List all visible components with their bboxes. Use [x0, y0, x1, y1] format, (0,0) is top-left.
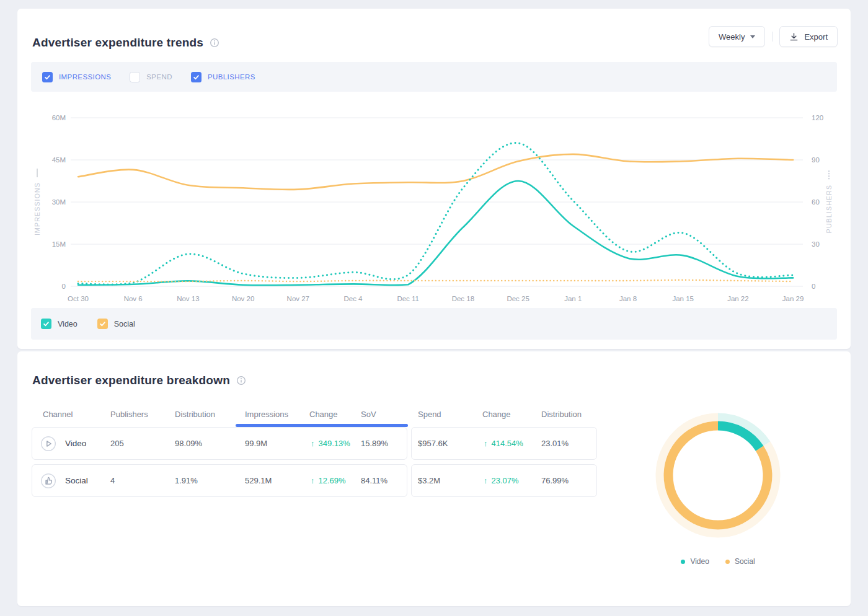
thumb-up-icon	[40, 473, 56, 489]
divider	[772, 32, 773, 42]
col-header-sov[interactable]: SoV	[361, 410, 376, 419]
checkbox-checked-icon	[97, 319, 108, 329]
legend-social-label: Social	[114, 320, 135, 328]
right-axis-tick: 0	[812, 283, 815, 290]
right-axis-tick: 90	[812, 156, 820, 164]
orange-dot-icon	[725, 560, 730, 564]
play-circle-icon	[40, 436, 56, 452]
toggle-spend-label: SPEND	[146, 73, 172, 81]
cell-spend-distribution: 76.99%	[541, 464, 569, 497]
interval-value: Weekly	[719, 32, 745, 42]
cell-channel: Social	[65, 464, 88, 497]
toggle-spend[interactable]: SPEND	[130, 72, 172, 82]
cell-impr-change: ↑12.69%	[311, 464, 346, 497]
arrow-up-icon: ↑	[484, 476, 488, 485]
cell-sov: 15.89%	[361, 427, 388, 460]
x-axis-tick: Nov 13	[177, 295, 199, 302]
table-row-social-left[interactable]	[32, 464, 407, 497]
export-label: Export	[804, 32, 828, 42]
export-button[interactable]: Export	[779, 26, 838, 47]
cell-spend-distribution: 23.01%	[541, 427, 569, 460]
cell-impressions: 529.1M	[245, 464, 272, 497]
right-axis-title: PUBLISHERS	[825, 171, 833, 234]
cell-distribution: 1.91%	[175, 464, 198, 497]
col-header-spend-distrib[interactable]: Distribution	[541, 410, 582, 419]
info-icon[interactable]	[210, 38, 219, 48]
right-axis-tick: 120	[812, 114, 823, 121]
cell-publishers: 4	[110, 464, 115, 497]
solid-line-icon	[37, 169, 38, 177]
x-axis-tick: Jan 8	[619, 295, 637, 302]
x-axis-tick: Jan 22	[727, 295, 749, 302]
x-axis-tick: Dec 25	[507, 295, 529, 302]
legend-video[interactable]: Video	[41, 319, 78, 329]
breakdown-title-text: Advertiser expenditure breakdown	[32, 374, 230, 387]
x-axis-tick: Jan 1	[564, 295, 582, 302]
left-axis-tick: 45M	[52, 156, 66, 164]
trend-chart-svg: 015M30M45M60M0306090120Oct 30Nov 6Nov 13…	[17, 99, 851, 310]
left-axis-title: IMPRESSIONS	[33, 169, 41, 235]
col-header-distribution[interactable]: Distribution	[175, 410, 215, 419]
trends-card: Advertiser expenditure trends Weekly Exp…	[17, 9, 851, 349]
col-header-spend-change[interactable]: Change	[482, 410, 511, 419]
cell-impr-change: ↑349.13%	[311, 427, 350, 460]
legend-social[interactable]: Social	[97, 319, 135, 329]
cell-channel: Video	[65, 427, 86, 460]
x-axis-tick: Dec 4	[343, 295, 363, 302]
table-row-video-left[interactable]	[32, 427, 407, 460]
toggle-publishers-label: PUBLISHERS	[208, 73, 255, 81]
arrow-up-icon: ↑	[484, 439, 488, 448]
left-axis-tick: 0	[62, 283, 66, 290]
chevron-down-icon	[750, 35, 755, 38]
info-icon[interactable]	[236, 376, 246, 385]
col-header-publishers[interactable]: Publishers	[110, 410, 148, 419]
breakdown-title: Advertiser expenditure breakdown	[32, 374, 246, 387]
x-axis-tick: Dec 11	[397, 295, 419, 302]
donut-legend-video[interactable]: Video	[681, 557, 709, 566]
cell-sov: 84.11%	[361, 464, 388, 497]
col-header-channel[interactable]: Channel	[43, 410, 73, 419]
trend-chart: 015M30M45M60M0306090120Oct 30Nov 6Nov 13…	[17, 99, 851, 317]
metric-toggle-bar: IMPRESSIONS SPEND PUBLISHERS	[31, 62, 837, 92]
x-axis-tick: Nov 6	[124, 295, 143, 302]
breakdown-card: Advertiser expenditure breakdown Channel…	[17, 351, 851, 606]
legend-video-label: Video	[58, 320, 78, 328]
x-axis-tick: Jan 29	[782, 295, 804, 302]
left-axis-tick: 15M	[52, 240, 66, 248]
col-header-change[interactable]: Change	[309, 410, 338, 419]
right-axis-tick: 30	[812, 240, 820, 248]
arrow-up-icon: ↑	[311, 439, 315, 448]
checkbox-checked-icon	[41, 319, 51, 329]
donut-chart	[650, 407, 786, 543]
series-video-publishers[interactable]	[78, 143, 793, 284]
x-axis-tick: Nov 27	[287, 295, 309, 302]
dashboard-page: Advertiser expenditure trends Weekly Exp…	[0, 0, 868, 616]
toggle-impressions[interactable]: IMPRESSIONS	[42, 72, 111, 82]
toggle-publishers[interactable]: PUBLISHERS	[191, 72, 255, 82]
header-actions: Weekly Export	[709, 26, 838, 47]
cell-spend-change: ↑414.54%	[484, 427, 523, 460]
x-axis-tick: Oct 30	[68, 295, 89, 302]
right-axis-tick: 60	[812, 198, 820, 206]
breakdown-table: Channel Publishers Distribution Impressi…	[32, 408, 597, 501]
trends-title: Advertiser expenditure trends	[32, 36, 219, 50]
left-axis-tick: 60M	[52, 114, 66, 121]
cell-distribution: 98.09%	[175, 427, 202, 460]
col-header-spend[interactable]: Spend	[418, 410, 441, 419]
cell-impressions: 99.9M	[245, 427, 267, 460]
donut-legend-social[interactable]: Social	[725, 557, 755, 566]
download-icon	[789, 32, 799, 42]
x-axis-tick: Jan 15	[672, 295, 694, 302]
cell-spend: $957.6K	[418, 427, 448, 460]
cell-spend: $3.2M	[418, 464, 440, 497]
arrow-up-icon: ↑	[311, 476, 315, 485]
interval-select[interactable]: Weekly	[709, 26, 765, 47]
col-header-impressions[interactable]: Impressions	[245, 410, 288, 419]
toggle-impressions-label: IMPRESSIONS	[59, 73, 111, 81]
series-social-impressions[interactable]	[78, 154, 793, 190]
teal-dot-icon	[681, 560, 685, 564]
checkbox-unchecked-icon	[130, 72, 140, 82]
x-axis-tick: Nov 20	[232, 295, 254, 302]
dotted-line-icon	[828, 171, 830, 180]
checkbox-checked-icon	[191, 72, 202, 82]
